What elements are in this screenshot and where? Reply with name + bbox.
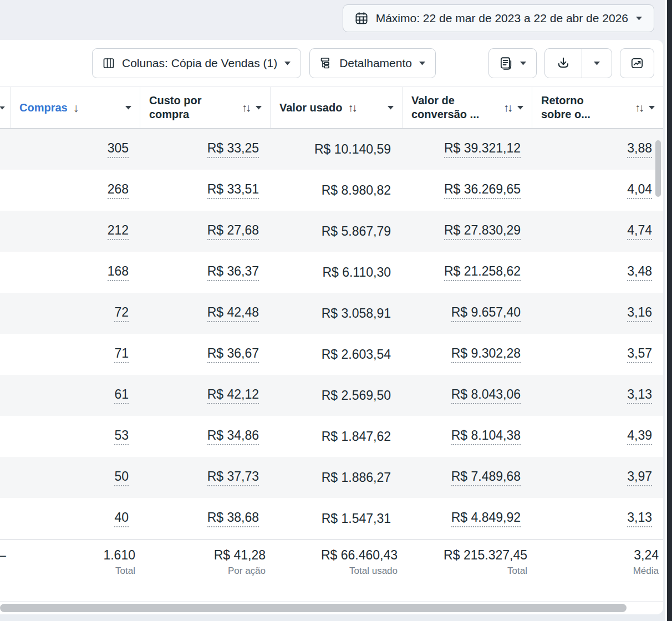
cell-value[interactable]: 40 xyxy=(114,510,129,527)
cell-value[interactable]: R$ 34,86 xyxy=(207,427,259,445)
table-cell: 3,97 xyxy=(532,457,663,498)
cell-value[interactable]: R$ 37,73 xyxy=(207,469,259,486)
cell-value[interactable]: 3,13 xyxy=(627,510,652,527)
caret-down-icon[interactable] xyxy=(648,105,655,110)
cell-value[interactable]: 71 xyxy=(114,345,129,363)
horizontal-scrollbar-thumb[interactable] xyxy=(0,604,627,612)
cell-value[interactable]: R$ 7.489,68 xyxy=(451,469,521,486)
table-cell: 4,74 xyxy=(532,211,663,252)
export-split-button xyxy=(544,48,612,78)
table-cell: R$ 8.104,38 xyxy=(402,416,532,457)
table-row: 71R$ 36,67R$ 2.603,54R$ 9.302,283,57 xyxy=(0,334,663,375)
cell-value[interactable]: R$ 33,51 xyxy=(207,181,259,199)
cell-value[interactable]: R$ 36,67 xyxy=(207,345,259,363)
cell-value[interactable]: R$ 39.321,12 xyxy=(444,140,521,158)
cell-value[interactable]: R$ 33,25 xyxy=(207,140,259,158)
cell-value[interactable]: 3,48 xyxy=(627,263,652,281)
header-cell-custo-por-compra[interactable]: Custo por compra ↑↓ xyxy=(140,87,270,128)
header-cell-compras[interactable]: Compras ↓ xyxy=(10,87,140,128)
cell-value[interactable]: R$ 27,68 xyxy=(207,222,259,240)
cell-value[interactable]: R$ 4.849,92 xyxy=(451,510,521,527)
breakdown-button-label: Detalhamento xyxy=(339,57,412,70)
cell-value[interactable]: 4,74 xyxy=(627,222,652,240)
caret-down-icon xyxy=(593,61,600,65)
cell-value[interactable]: 4,39 xyxy=(627,427,652,445)
cell-value[interactable]: R$ 42,48 xyxy=(207,304,259,322)
columns-button[interactable]: Colunas: Cópia de Vendas (1) xyxy=(92,48,301,78)
cell-value: R$ 8.980,82 xyxy=(322,182,391,198)
table-cell: R$ 33,51 xyxy=(140,170,270,211)
table-cell: R$ 6.110,30 xyxy=(270,252,402,293)
cell-value[interactable]: 3,88 xyxy=(627,140,652,158)
cell-value[interactable]: 72 xyxy=(114,304,129,322)
cell-value[interactable]: 50 xyxy=(114,469,129,486)
cell-value[interactable]: 268 xyxy=(108,181,129,199)
caret-down-icon[interactable] xyxy=(255,105,262,110)
table-cell: R$ 3.058,91 xyxy=(270,293,402,334)
cell-value[interactable]: R$ 36.269,65 xyxy=(444,181,521,199)
date-range-button[interactable]: Máximo: 22 de mar de 2023 a 22 de abr de… xyxy=(343,4,654,32)
table-cell: R$ 27.830,29 xyxy=(402,211,532,252)
cell-value[interactable]: 61 xyxy=(114,386,129,404)
cell-value[interactable]: R$ 21.258,62 xyxy=(444,263,521,281)
row-stub-cell xyxy=(0,129,10,170)
columns-icon xyxy=(102,57,115,70)
table-cell: R$ 1.547,31 xyxy=(270,498,402,539)
table-cell: 71 xyxy=(10,334,140,375)
table-cell: R$ 33,25 xyxy=(140,129,270,170)
cell-value[interactable]: R$ 9.657,40 xyxy=(451,304,521,322)
export-options-button[interactable] xyxy=(582,49,612,78)
export-button[interactable] xyxy=(545,49,582,78)
breakdown-button[interactable]: Detalhamento xyxy=(309,48,436,78)
table-cell: 61 xyxy=(10,375,140,416)
table-cell: R$ 42,12 xyxy=(140,375,270,416)
cell-value[interactable]: R$ 38,68 xyxy=(207,510,259,527)
total-value: 3,24 xyxy=(634,547,659,563)
table-cell: R$ 42,48 xyxy=(140,293,270,334)
table-cell: R$ 10.140,59 xyxy=(270,129,402,170)
cell-value[interactable]: R$ 27.830,29 xyxy=(444,222,521,240)
cell-value[interactable]: R$ 36,37 xyxy=(207,263,259,281)
header-cell-retorno[interactable]: Retorno sobre o... ↑↓ xyxy=(532,87,663,128)
reports-button[interactable] xyxy=(488,48,537,78)
caret-down-icon[interactable] xyxy=(387,105,394,110)
vertical-scrollbar-thumb[interactable] xyxy=(655,140,661,197)
header-cell-valor-usado[interactable]: Valor usado ↑↓ xyxy=(270,87,402,128)
row-stub-cell xyxy=(0,457,10,498)
sort-arrows-icon: ↑↓ xyxy=(503,101,511,115)
cell-value[interactable]: R$ 9.302,28 xyxy=(451,345,521,363)
cell-value[interactable]: 305 xyxy=(108,140,129,158)
table-cell: 168 xyxy=(10,252,140,293)
cell-value[interactable]: 212 xyxy=(108,222,129,240)
cell-value: R$ 5.867,79 xyxy=(322,223,391,239)
horizontal-scrollbar[interactable] xyxy=(0,602,663,614)
columns-button-label: Colunas: Cópia de Vendas (1) xyxy=(122,57,277,70)
cell-value[interactable]: 3,13 xyxy=(627,386,652,404)
cell-value[interactable]: 4,04 xyxy=(627,181,652,199)
cell-value[interactable]: 168 xyxy=(108,263,129,281)
sort-arrows-icon: ↑↓ xyxy=(635,101,643,115)
total-placeholder: – xyxy=(0,547,6,563)
top-bar: Máximo: 22 de mar de 2023 a 22 de abr de… xyxy=(0,0,665,40)
row-stub-cell xyxy=(0,211,10,252)
caret-down-icon[interactable] xyxy=(517,105,524,110)
cell-value[interactable]: R$ 8.104,38 xyxy=(451,427,521,445)
cell-value[interactable]: 3,57 xyxy=(627,345,652,363)
total-sublabel: Por ação xyxy=(228,563,266,578)
table-cell: 3,88 xyxy=(532,129,663,170)
cell-value[interactable]: 3,16 xyxy=(627,304,652,322)
caret-down-icon xyxy=(0,106,6,110)
cell-value[interactable]: R$ 42,12 xyxy=(207,386,259,404)
charts-button[interactable] xyxy=(620,48,654,78)
header-label: Valor de conversão ... xyxy=(411,94,481,121)
caret-down-icon[interactable] xyxy=(125,105,132,110)
table-row: 50R$ 37,73R$ 1.886,27R$ 7.489,683,97 xyxy=(0,457,663,498)
cell-value[interactable]: R$ 8.043,06 xyxy=(451,386,521,404)
cell-value[interactable]: 53 xyxy=(114,427,129,445)
total-cell-compras: 1.610 Total xyxy=(10,539,140,601)
header-cell-valor-conversao[interactable]: Valor de conversão ... ↑↓ xyxy=(402,87,532,128)
header-cell-partial[interactable] xyxy=(0,87,10,128)
header-label: Custo por compra xyxy=(149,94,211,121)
table-cell: R$ 36,67 xyxy=(140,334,270,375)
cell-value[interactable]: 3,97 xyxy=(627,469,652,486)
